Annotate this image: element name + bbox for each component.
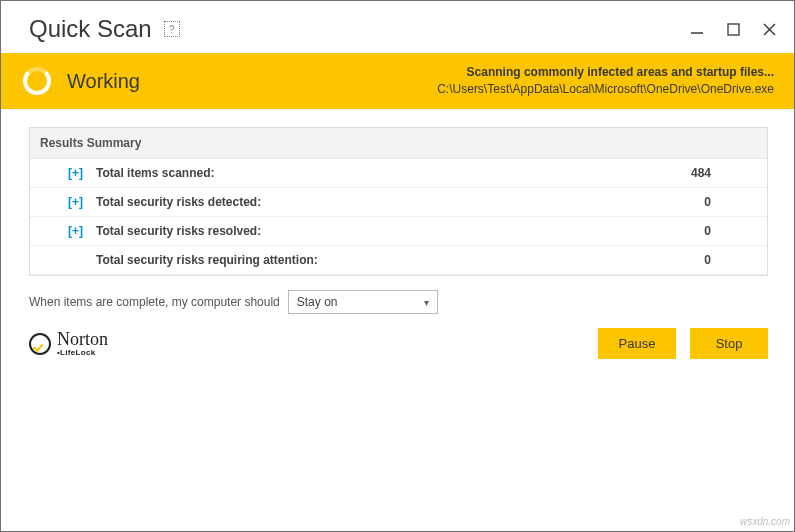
results-row: [+] Total items scanned: 484 — [30, 159, 767, 188]
results-row: [+] Total security risks requiring atten… — [30, 246, 767, 275]
chevron-down-icon: ▾ — [424, 297, 429, 308]
expand-icon[interactable]: [+] — [68, 166, 86, 180]
footer: Norton •LifeLock Pause Stop — [1, 322, 795, 373]
results-value: 0 — [704, 224, 757, 238]
after-scan-dropdown[interactable]: Stay on ▾ — [288, 290, 438, 314]
results-value: 0 — [704, 195, 757, 209]
brand-check-icon — [29, 333, 51, 355]
footer-buttons: Pause Stop — [598, 328, 768, 359]
maximize-icon[interactable] — [724, 20, 742, 38]
status-bar: Working Scanning commonly infected areas… — [1, 53, 795, 109]
status-state: Working — [67, 70, 140, 93]
brand-name: Norton — [57, 330, 108, 348]
after-scan-label: When items are complete, my computer sho… — [29, 295, 280, 309]
expand-icon[interactable]: [+] — [68, 224, 86, 238]
working-spinner-icon — [23, 67, 51, 95]
pause-button[interactable]: Pause — [598, 328, 676, 359]
status-current-file: C:\Users\Test\AppData\Local\Microsoft\On… — [437, 81, 774, 98]
content-area: Results Summary [+] Total items scanned:… — [1, 109, 795, 322]
close-icon[interactable] — [760, 20, 778, 38]
brand-sub: •LifeLock — [57, 348, 108, 357]
stop-button[interactable]: Stop — [690, 328, 768, 359]
minimize-icon[interactable] — [688, 20, 706, 38]
results-label: Total security risks detected: — [96, 195, 261, 209]
help-icon[interactable]: ? — [164, 21, 180, 37]
svg-rect-1 — [728, 24, 739, 35]
after-scan-row: When items are complete, my computer sho… — [29, 290, 768, 314]
results-value: 484 — [691, 166, 757, 180]
after-scan-selected: Stay on — [297, 295, 338, 309]
results-row: [+] Total security risks detected: 0 — [30, 188, 767, 217]
results-row: [+] Total security risks resolved: 0 — [30, 217, 767, 246]
results-label: Total items scanned: — [96, 166, 214, 180]
results-panel: Results Summary [+] Total items scanned:… — [29, 127, 768, 276]
brand-logo: Norton •LifeLock — [29, 330, 108, 357]
expand-icon[interactable]: [+] — [68, 195, 86, 209]
status-headline: Scanning commonly infected areas and sta… — [437, 64, 774, 81]
results-header: Results Summary — [30, 128, 767, 159]
window-controls — [688, 20, 778, 38]
status-detail: Scanning commonly infected areas and sta… — [437, 64, 774, 98]
window-title: Quick Scan — [29, 15, 152, 43]
results-label: Total security risks requiring attention… — [96, 253, 318, 267]
titlebar: Quick Scan ? — [1, 1, 795, 53]
watermark: wsxdn.com — [740, 516, 790, 527]
results-value: 0 — [704, 253, 757, 267]
results-label: Total security risks resolved: — [96, 224, 261, 238]
